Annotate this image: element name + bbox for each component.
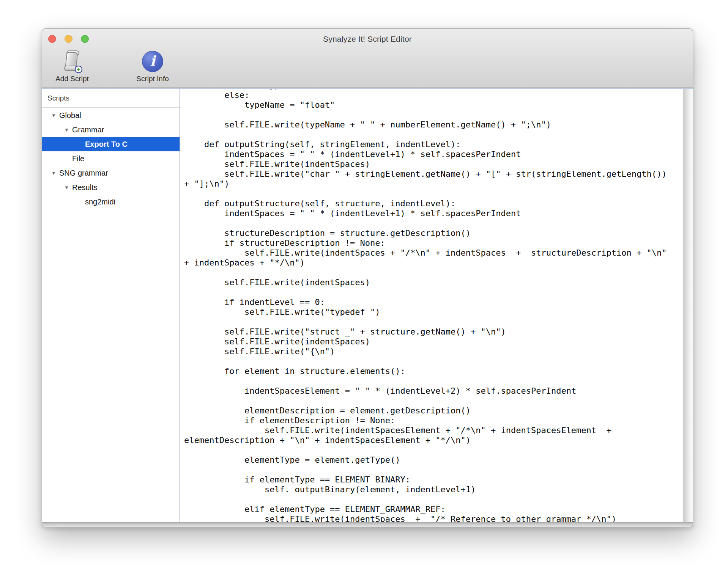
disclosure-triangle-icon[interactable]: ▼ [64, 185, 72, 190]
window-title: Synalyze It! Script Editor [42, 29, 693, 49]
script-editor-window: Synalyze It! Script Editor + Add Script [42, 28, 693, 527]
code-editor-text[interactable]: typeName = "double" else: typeName = "fl… [180, 89, 668, 522]
sidebar-item-label: File [72, 154, 84, 163]
sidebar-item-file[interactable]: File [42, 151, 180, 166]
add-script-label: Add Script [55, 75, 89, 83]
sidebar-item-export-to-c[interactable]: Export To C [42, 137, 180, 151]
scripts-sidebar: Scripts ▼Global▼GrammarExport To CFile▼S… [42, 89, 180, 522]
sidebar-tree: ▼Global▼GrammarExport To CFile▼SNG gramm… [42, 108, 180, 209]
toolbar: + Add Script i Script Info [42, 49, 693, 87]
plus-badge-icon: + [75, 66, 82, 73]
script-info-button[interactable]: i Script Info [128, 50, 177, 86]
sidebar-item-label: Results [72, 183, 98, 192]
titlebar[interactable]: Synalyze It! Script Editor [42, 29, 693, 49]
sidebar-item-label: Grammar [72, 126, 104, 134]
info-icon: i [141, 50, 164, 73]
sidebar-item-global[interactable]: ▼Global [42, 108, 180, 123]
sidebar-item-label: Export To C [85, 140, 128, 149]
disclosure-triangle-icon[interactable]: ▼ [51, 113, 59, 118]
sidebar-item-label: Global [59, 111, 81, 120]
add-script-button[interactable]: + Add Script [47, 50, 97, 86]
desktop-background: Synalyze It! Script Editor + Add Script [0, 0, 728, 578]
script-scroll-icon: + [60, 50, 84, 73]
sidebar-item-label: SNG grammar [59, 169, 108, 177]
disclosure-triangle-icon[interactable]: ▼ [64, 127, 72, 133]
vertical-scrollbar[interactable] [683, 89, 693, 522]
script-info-label: Script Info [136, 75, 169, 83]
sidebar-header: Scripts [42, 89, 180, 108]
sidebar-item-label: sng2midi [85, 198, 115, 206]
sidebar-item-sng2midi[interactable]: sng2midi [42, 195, 180, 209]
window-chrome: Synalyze It! Script Editor + Add Script [42, 29, 693, 88]
content-area: Scripts ▼Global▼GrammarExport To CFile▼S… [42, 88, 693, 522]
disclosure-triangle-icon[interactable]: ▼ [51, 170, 59, 176]
sidebar-item-results[interactable]: ▼Results [42, 180, 180, 195]
sidebar-item-grammar[interactable]: ▼Grammar [42, 123, 180, 137]
window-bottom-edge [42, 522, 693, 527]
code-editor[interactable]: typeName = "double" else: typeName = "fl… [180, 89, 693, 522]
sidebar-item-sng-grammar[interactable]: ▼SNG grammar [42, 166, 180, 180]
